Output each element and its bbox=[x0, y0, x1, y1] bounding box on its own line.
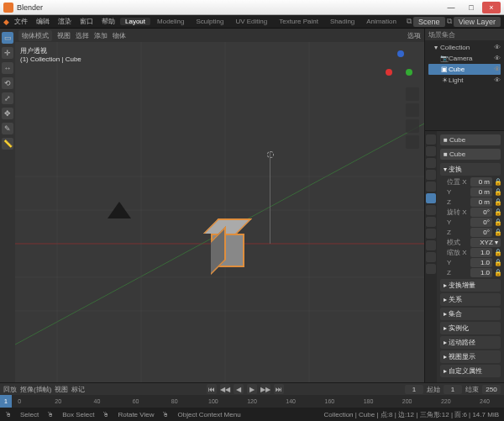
transform-field[interactable]: 旋转 X0°🔒 bbox=[447, 208, 501, 217]
tool-cursor[interactable]: ✛ bbox=[2, 47, 13, 59]
panel-header[interactable]: ▸ 视图显示 bbox=[440, 350, 501, 363]
outliner-item[interactable]: ☀Light👁 bbox=[428, 75, 501, 86]
viewlayer-selector[interactable]: View Layer bbox=[454, 17, 501, 27]
light-line bbox=[270, 151, 270, 244]
play-icon[interactable]: ▶ bbox=[247, 384, 257, 394]
workspace-animation[interactable]: Animation bbox=[361, 18, 402, 25]
panel-header[interactable]: ▸ 变换增量 bbox=[440, 279, 501, 292]
workspace-layout[interactable]: Layout bbox=[120, 18, 150, 25]
tab-output[interactable] bbox=[426, 146, 436, 156]
camera-object[interactable] bbox=[108, 202, 131, 218]
tab-physics[interactable] bbox=[426, 229, 436, 239]
jump-end-icon[interactable]: ⏭ bbox=[274, 384, 284, 394]
tool-move[interactable]: ↔ bbox=[2, 62, 13, 74]
tab-viewlayer[interactable] bbox=[426, 158, 436, 168]
workspace-texture[interactable]: Texture Paint bbox=[274, 18, 323, 25]
timeline-marker[interactable]: 标记 bbox=[71, 385, 85, 394]
viewport-options[interactable]: 选项 bbox=[407, 31, 421, 40]
transform-field[interactable]: Y0 m🔒 bbox=[447, 187, 501, 197]
panel-header[interactable]: ▸ 自定义属性 bbox=[440, 365, 501, 377]
outliner-item[interactable]: ▣Cube👁 bbox=[428, 64, 501, 75]
panel-header[interactable]: ▸ 关系 bbox=[440, 293, 501, 306]
tab-modifiers[interactable] bbox=[426, 205, 436, 215]
camera-tool-icon[interactable] bbox=[406, 119, 419, 133]
tab-object[interactable] bbox=[426, 193, 436, 203]
frame-start-input[interactable] bbox=[444, 385, 462, 394]
transform-field[interactable]: 位置 X0 m🔒 bbox=[447, 177, 501, 187]
jump-start-icon[interactable]: ⏮ bbox=[207, 384, 217, 394]
scene-browse-icon[interactable]: ⧉ bbox=[407, 17, 412, 26]
play-reverse-icon[interactable]: ◀ bbox=[234, 384, 244, 394]
mode-selector[interactable]: 物体模式 bbox=[18, 30, 52, 41]
transform-field[interactable]: 缩放 X1.0🔒 bbox=[447, 248, 501, 257]
transform-field[interactable]: Y0°🔒 bbox=[447, 218, 501, 227]
tool-select-box[interactable]: ▭ bbox=[2, 32, 13, 44]
viewport-menu-add[interactable]: 添加 bbox=[94, 31, 108, 40]
viewport-menu-view[interactable]: 视图 bbox=[57, 31, 71, 40]
workspace-shading[interactable]: Shading bbox=[325, 18, 360, 25]
tool-rotate[interactable]: ⟲ bbox=[2, 77, 13, 89]
prop-name-field[interactable]: ■ Cube bbox=[440, 149, 501, 160]
menu-edit[interactable]: 编辑 bbox=[33, 17, 53, 26]
tool-transform[interactable]: ✥ bbox=[2, 108, 13, 119]
outliner-item[interactable]: 📷Camera👁 bbox=[428, 53, 501, 64]
ortho-tool-icon[interactable] bbox=[406, 135, 419, 149]
pan-tool-icon[interactable] bbox=[406, 103, 419, 117]
tab-scene[interactable] bbox=[426, 170, 436, 180]
timeline-tick: 180 bbox=[349, 398, 387, 404]
tool-scale[interactable]: ⤢ bbox=[2, 92, 13, 104]
jump-next-icon[interactable]: ▶▶ bbox=[260, 384, 270, 394]
tool-measure[interactable]: 📏 bbox=[2, 138, 13, 150]
outliner-item[interactable]: ▾Collection👁 bbox=[428, 42, 501, 53]
viewport-menu-select[interactable]: 选择 bbox=[76, 31, 89, 40]
nav-gizmo[interactable] bbox=[386, 50, 416, 81]
frame-current-input[interactable] bbox=[405, 385, 423, 394]
tab-data[interactable] bbox=[426, 252, 436, 262]
light-object[interactable] bbox=[267, 151, 274, 158]
tab-world[interactable] bbox=[426, 182, 436, 192]
timeline-keying[interactable]: 抠像(插帧) bbox=[20, 385, 51, 394]
transform-field[interactable]: Z0°🔒 bbox=[447, 228, 501, 237]
prop-breadcrumb[interactable]: ■ Cube bbox=[440, 134, 501, 145]
workspace-sculpting[interactable]: Sculpting bbox=[192, 18, 229, 25]
rotation-mode[interactable]: 模式XYZ ▾ bbox=[447, 238, 501, 247]
tab-constraints[interactable] bbox=[426, 240, 436, 250]
cube-object[interactable] bbox=[211, 218, 248, 255]
viewlayer-browse-icon[interactable]: ⧉ bbox=[447, 17, 452, 26]
tool-annotate[interactable]: ✎ bbox=[2, 123, 13, 134]
timeline-tick: 200 bbox=[388, 398, 427, 404]
menu-file[interactable]: 文件 bbox=[11, 17, 31, 26]
panel-transform[interactable]: ▾ 变换 bbox=[440, 163, 501, 176]
tab-material[interactable] bbox=[426, 264, 436, 274]
tab-particles[interactable] bbox=[426, 217, 436, 227]
tab-render[interactable] bbox=[426, 134, 436, 145]
close-button[interactable]: × bbox=[482, 2, 501, 13]
workspace-uv[interactable]: UV Editing bbox=[230, 18, 272, 25]
timeline-ruler[interactable]: 1 020406080100120140160180200220240 bbox=[0, 395, 504, 408]
timeline-view[interactable]: 视图 bbox=[55, 385, 68, 394]
panel-header[interactable]: ▸ 集合 bbox=[440, 308, 501, 320]
timeline-cursor[interactable]: 1 bbox=[0, 395, 12, 408]
viewport-menu-object[interactable]: 物体 bbox=[113, 31, 126, 40]
3d-viewport[interactable]: 用户透视 (1) Collection | Cube bbox=[15, 42, 424, 382]
zoom-tool-icon[interactable] bbox=[406, 87, 419, 101]
workspace-modeling[interactable]: Modeling bbox=[152, 18, 189, 25]
mouse-left-icon: 🖱 bbox=[5, 411, 12, 418]
menu-help[interactable]: 帮助 bbox=[98, 17, 118, 26]
minimize-button[interactable]: — bbox=[442, 2, 460, 13]
jump-prev-icon[interactable]: ◀◀ bbox=[220, 384, 230, 394]
menu-render[interactable]: 渲染 bbox=[55, 17, 75, 26]
left-toolbar: ▭ ✛ ↔ ⟲ ⤢ ✥ ✎ 📏 bbox=[0, 29, 15, 382]
transform-field[interactable]: Z0 m🔒 bbox=[447, 197, 501, 207]
panel-header[interactable]: ▸ 运动路径 bbox=[440, 336, 501, 349]
transform-field[interactable]: Z1.0🔒 bbox=[447, 268, 501, 277]
frame-end-input[interactable] bbox=[482, 385, 501, 394]
maximize-button[interactable]: □ bbox=[462, 2, 480, 13]
window-titlebar: Blender — □ × bbox=[0, 0, 504, 15]
transform-field[interactable]: Y1.0🔒 bbox=[447, 258, 501, 267]
menu-window[interactable]: 窗口 bbox=[76, 17, 97, 26]
panel-header[interactable]: ▸ 实例化 bbox=[440, 322, 501, 334]
timeline-playback[interactable]: 回放 bbox=[3, 385, 17, 394]
window-title: Blender bbox=[17, 3, 440, 12]
scene-selector[interactable]: Scene bbox=[413, 17, 445, 27]
